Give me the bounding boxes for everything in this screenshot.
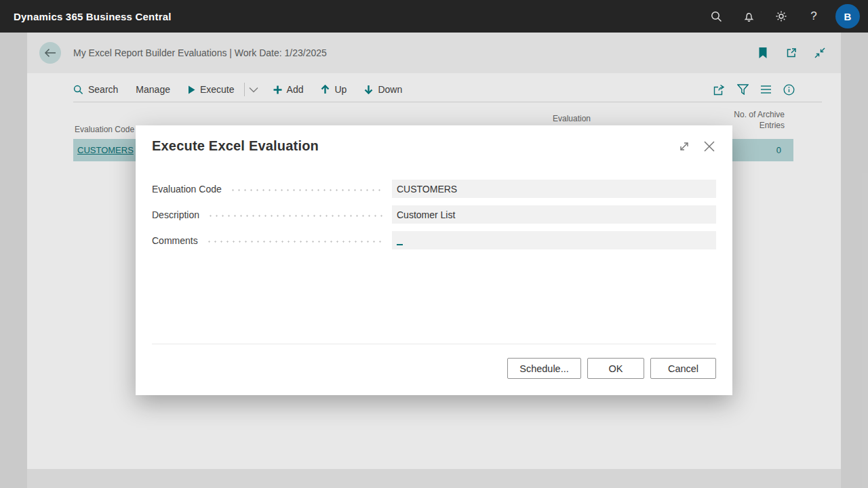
toolbar-divider [73, 102, 822, 102]
ok-button[interactable]: OK [587, 358, 644, 379]
page-header-band: My Excel Report Builder Evaluations | Wo… [27, 33, 841, 73]
toolbar-right-icons [713, 84, 795, 96]
toolbar-add[interactable]: Add [273, 84, 304, 95]
column-header-evaluation-code[interactable]: Evaluation Code [75, 125, 134, 134]
settings-gear-icon[interactable] [765, 0, 797, 33]
toolbar-search[interactable]: Search [73, 84, 118, 95]
toolbar-manage-label: Manage [136, 84, 170, 95]
toolbar-add-label: Add [287, 84, 304, 95]
app-top-bar: Dynamics 365 Business Central ? B [0, 0, 868, 33]
evaluation-code-label: Evaluation Code [152, 184, 222, 195]
toolbar-up[interactable]: Up [321, 84, 347, 95]
close-dialog-icon[interactable] [703, 140, 716, 153]
filter-icon[interactable] [737, 84, 749, 95]
notifications-bell-icon[interactable] [732, 0, 765, 33]
dotted-leader [208, 215, 384, 217]
execute-play-icon [188, 85, 195, 94]
search-icon [73, 85, 83, 95]
schedule-button[interactable]: Schedule... [507, 358, 581, 379]
toolbar-execute[interactable]: Execute [188, 84, 235, 95]
dotted-leader [206, 241, 384, 243]
field-row-comments: Comments [152, 231, 716, 249]
avatar-initial: B [844, 11, 852, 22]
toolbar-separator [244, 83, 245, 96]
execute-excel-evaluation-dialog: Execute Excel Evaluation Evaluation Code… [136, 125, 732, 395]
cancel-button[interactable]: Cancel [650, 358, 716, 379]
user-avatar[interactable]: B [835, 4, 860, 28]
open-in-new-window-icon[interactable] [783, 44, 800, 62]
dialog-title: Execute Excel Evaluation [152, 138, 319, 154]
evaluation-code-link[interactable]: CUSTOMERS [77, 145, 134, 155]
comments-field[interactable] [392, 231, 716, 249]
description-value: Customer List [397, 209, 455, 220]
back-button[interactable] [39, 42, 61, 64]
expand-dialog-icon[interactable] [678, 140, 690, 152]
archive-entries-count[interactable]: 0 [776, 145, 781, 155]
arrow-down-icon [364, 85, 373, 94]
page-header-icons [754, 44, 829, 62]
column-header-evaluation[interactable]: Evaluation [553, 114, 591, 123]
page-footer-strip [27, 469, 841, 488]
page-title: My Excel Report Builder Evaluations | Wo… [73, 47, 327, 58]
evaluation-code-field[interactable]: CUSTOMERS [392, 180, 716, 198]
toolbar-search-label: Search [88, 84, 118, 95]
arrow-up-icon [321, 85, 330, 94]
plus-icon [273, 85, 282, 94]
collapse-icon[interactable] [811, 44, 829, 62]
dotted-leader [230, 189, 384, 191]
toolbar-manage[interactable]: Manage [136, 84, 170, 95]
topbar-actions: ? B [700, 0, 860, 33]
field-row-evaluation-code: Evaluation Code CUSTOMERS [152, 180, 716, 198]
comments-label: Comments [152, 235, 198, 246]
toolbar-up-label: Up [334, 84, 347, 95]
info-icon[interactable] [783, 84, 795, 96]
dialog-buttons: Schedule... OK Cancel [507, 358, 716, 379]
text-cursor [397, 244, 403, 245]
execute-dropdown-chevron-icon[interactable] [249, 87, 258, 93]
dialog-footer-divider [152, 344, 716, 344]
toolbar-execute-label: Execute [200, 84, 235, 95]
evaluation-code-value: CUSTOMERS [397, 184, 457, 195]
description-label: Description [152, 209, 199, 220]
description-field[interactable]: Customer List [392, 205, 716, 224]
search-icon[interactable] [700, 0, 732, 33]
field-row-description: Description Customer List [152, 205, 716, 224]
list-toolbar: Search Manage Execute Add [73, 77, 795, 102]
toolbar-down[interactable]: Down [364, 84, 402, 95]
app-title[interactable]: Dynamics 365 Business Central [14, 11, 172, 22]
list-view-icon[interactable] [760, 85, 772, 94]
help-glyph: ? [810, 9, 816, 23]
bookmark-icon[interactable] [754, 44, 772, 62]
toolbar-down-label: Down [378, 84, 402, 95]
help-icon[interactable]: ? [797, 0, 830, 33]
share-icon[interactable] [713, 84, 726, 96]
dialog-field-group: Evaluation Code CUSTOMERS Description Cu… [152, 180, 716, 257]
